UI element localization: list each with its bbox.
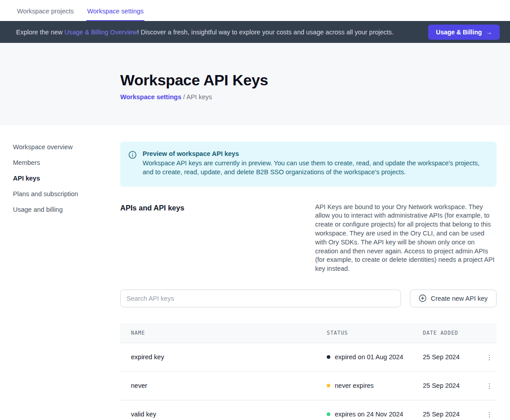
page-title: Workspace API Keys [120, 71, 510, 89]
tab-workspace-settings[interactable]: Workspace settings [86, 2, 144, 21]
table-row: never never expires 25 Sep 2024 ⋮ [120, 372, 497, 400]
column-header-status: STATUS [327, 330, 423, 336]
breadcrumb: Workspace settings / API keys [120, 93, 510, 101]
api-keys-table: NAME STATUS DATE ADDED expired key expir… [120, 323, 497, 420]
api-key-name: never [131, 382, 327, 389]
api-key-name: valid key [131, 411, 327, 418]
status-text: expires on 24 Nov 2024 [335, 411, 403, 418]
sidebar-item-usage-billing[interactable]: Usage and billing [13, 205, 120, 214]
banner-text-before: Explore the new [16, 29, 64, 36]
table-header: NAME STATUS DATE ADDED [120, 323, 497, 343]
table-row: expired key expired on 01 Aug 2024 25 Se… [120, 343, 497, 372]
settings-sidebar: Workspace overview Members API keys Plan… [0, 125, 120, 420]
banner-text-after: ! Discover a fresh, insightful way to ex… [137, 29, 394, 36]
usage-billing-button-label: Usage & Billing [436, 29, 482, 36]
row-menu-icon[interactable]: ⋮ [484, 381, 496, 391]
api-key-date-added: 25 Sep 2024 [423, 411, 482, 418]
api-key-date-added: 25 Sep 2024 [423, 382, 482, 389]
preview-alert-body: Workspace API keys are currently in prev… [143, 159, 486, 177]
section-heading: APIs and API keys [120, 203, 315, 273]
arrow-right-icon: → [486, 29, 492, 36]
breadcrumb-current: API keys [186, 93, 212, 101]
status-text: never expires [335, 382, 374, 389]
api-key-date-added: 25 Sep 2024 [423, 353, 482, 361]
breadcrumb-workspace-settings-link[interactable]: Workspace settings [120, 93, 181, 101]
usage-billing-button[interactable]: Usage & Billing→ [428, 25, 500, 40]
sidebar-item-plans-subscription[interactable]: Plans and subscription [13, 189, 120, 199]
banner-message: Explore the new Usage & Billing Overview… [16, 29, 428, 36]
preview-alert-text: Preview of workspace API keys Workspace … [143, 150, 486, 177]
breadcrumb-separator: / [181, 93, 186, 101]
status-dot [327, 384, 330, 387]
workspace-nav: Workspace projects Workspace settings [0, 0, 510, 21]
api-key-name: expired key [131, 353, 327, 361]
sidebar-item-api-keys[interactable]: API keys [13, 173, 120, 183]
sidebar-item-members[interactable]: Members [13, 158, 120, 168]
status-text: expired on 01 Aug 2024 [335, 353, 403, 361]
status-dot [327, 412, 330, 416]
table-row: valid key expires on 24 Nov 2024 25 Sep … [120, 400, 497, 420]
tab-workspace-projects[interactable]: Workspace projects [16, 2, 75, 21]
api-keys-toolbar: Create new API key [120, 290, 497, 307]
usage-billing-overview-link[interactable]: Usage & Billing Overview [64, 29, 137, 36]
api-key-status: expired on 01 Aug 2024 [327, 353, 423, 361]
usage-billing-banner: Explore the new Usage & Billing Overview… [0, 21, 510, 43]
preview-alert-title: Preview of workspace API keys [143, 150, 486, 157]
create-api-key-label: Create new API key [431, 295, 488, 302]
info-circle-icon [128, 151, 137, 177]
section-description: API Keys are bound to your Ory Network w… [315, 203, 497, 273]
status-dot [327, 355, 330, 359]
column-header-date-added: DATE ADDED [423, 330, 482, 336]
column-header-name: NAME [131, 330, 327, 336]
row-menu-icon[interactable]: ⋮ [484, 352, 496, 362]
apis-section: APIs and API keys API Keys are bound to … [120, 203, 497, 273]
api-key-status: never expires [327, 382, 423, 389]
api-key-status: expires on 24 Nov 2024 [327, 411, 423, 418]
sidebar-item-workspace-overview[interactable]: Workspace overview [13, 142, 120, 152]
plus-circle-icon [419, 294, 426, 302]
row-menu-icon[interactable]: ⋮ [484, 409, 496, 420]
create-api-key-button[interactable]: Create new API key [410, 290, 497, 307]
page-header: Workspace API Keys Workspace settings / … [0, 43, 510, 125]
preview-alert: Preview of workspace API keys Workspace … [120, 142, 497, 187]
api-keys-content: Preview of workspace API keys Workspace … [120, 125, 497, 420]
search-input[interactable] [120, 290, 401, 307]
